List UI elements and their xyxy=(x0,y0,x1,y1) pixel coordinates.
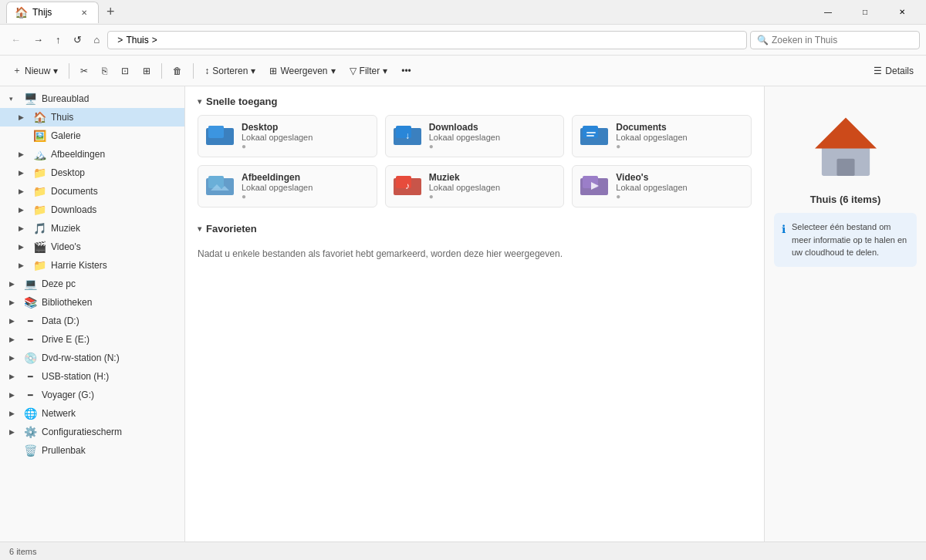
sidebar-item-dvdrw[interactable]: ▶ 💿 Dvd-rw-station (N:) xyxy=(0,349,184,367)
sidebar-label: Deze pc xyxy=(42,278,178,289)
chevron-down-icon: ▾ xyxy=(9,95,19,103)
folder-name: Downloads xyxy=(429,122,500,133)
folder-sub: Lokaal opgeslagen xyxy=(616,183,687,192)
view-button[interactable]: ⊞ Weergeven ▾ xyxy=(263,62,341,79)
folder-tile-afbeeldingen[interactable]: Afbeeldingen Lokaal opgeslagen ● xyxy=(198,165,377,207)
sidebar-item-afbeeldingen[interactable]: ▶ 🏔️ Afbeeldingen xyxy=(0,145,184,164)
toolbar-divider-2 xyxy=(161,63,162,79)
new-tab-button[interactable]: + xyxy=(102,2,120,22)
chevron-right-icon: ▶ xyxy=(19,224,28,232)
sort-button[interactable]: ↕ Sorteren ▾ xyxy=(198,62,262,79)
sidebar-label: Documents xyxy=(51,186,178,197)
main-layout: ▾ 🖥️ Bureaublad ▶ 🏠 Thuis 🖼️ Galerie ▶ 🏔… xyxy=(0,86,926,541)
sidebar-item-prullenbak[interactable]: 🗑️ Prullenbak xyxy=(0,441,184,460)
cut-button[interactable]: ✂ xyxy=(74,62,94,79)
active-tab[interactable]: 🏠 Thijs ✕ xyxy=(6,2,99,23)
folder-name: Muziek xyxy=(429,172,500,183)
folder-dot: ● xyxy=(429,142,500,150)
sidebar-item-usb[interactable]: ▶ ━ USB-station (H:) xyxy=(0,367,184,386)
chevron-right-icon: ▶ xyxy=(9,354,19,362)
details-button[interactable]: ☰ Details xyxy=(867,62,920,79)
folder-dot: ● xyxy=(242,142,313,150)
folder-sub: Lokaal opgeslagen xyxy=(242,133,313,142)
folder-tile-info: Desktop Lokaal opgeslagen ● xyxy=(242,122,313,150)
new-button[interactable]: ＋ Nieuw ▾ xyxy=(6,61,64,80)
content-area: ▾ Snelle toegang Desktop Lokaal opgeslag… xyxy=(185,86,764,541)
item-count: 6 items xyxy=(9,547,36,556)
sidebar-item-bureaublad[interactable]: ▾ 🖥️ Bureaublad xyxy=(0,89,184,108)
info-icon: ℹ xyxy=(782,221,786,238)
chevron-right-icon: ▶ xyxy=(9,299,19,306)
folder-tile-info: Downloads Lokaal opgeslagen ● xyxy=(429,122,500,150)
up-button[interactable]: ↑ xyxy=(51,31,66,49)
favorites-header[interactable]: ▾ Favorieten xyxy=(198,223,752,234)
details-icon: ☰ xyxy=(874,66,882,76)
quick-access-header[interactable]: ▾ Snelle toegang xyxy=(198,96,752,107)
sidebar-label: Harrie Kisters xyxy=(51,260,178,271)
folder-tile-documents[interactable]: Documents Lokaal opgeslagen ● xyxy=(572,115,752,157)
sidebar-item-documents[interactable]: ▶ 📁 Documents xyxy=(0,182,184,201)
sidebar-label: Bureaublad xyxy=(42,93,178,104)
desktop-icon: 📁 xyxy=(32,167,46,179)
tab-close-button[interactable]: ✕ xyxy=(78,7,90,19)
quick-access-grid: Desktop Lokaal opgeslagen ● ↓ Downloads … xyxy=(198,115,752,207)
configuratie-icon: ⚙️ xyxy=(23,426,37,438)
address-path[interactable]: > Thuis > xyxy=(107,31,747,49)
sidebar-item-harrie[interactable]: ▶ 📁 Harrie Kisters xyxy=(0,256,184,275)
filter-button[interactable]: ▽ Filter ▾ xyxy=(343,62,394,79)
sidebar-item-downloads[interactable]: ▶ 📁 Downloads xyxy=(0,201,184,219)
folder-sub: Lokaal opgeslagen xyxy=(616,133,687,142)
sidebar-item-desktop[interactable]: ▶ 📁 Desktop xyxy=(0,164,184,182)
sidebar-item-bibliotheken[interactable]: ▶ 📚 Bibliotheken xyxy=(0,293,184,312)
tab-strip: 🏠 Thijs ✕ + xyxy=(6,2,810,23)
chevron-right-icon: ▶ xyxy=(9,317,19,325)
folder-tile-info: Video's Lokaal opgeslagen ● xyxy=(616,172,687,201)
minimize-button[interactable]: — xyxy=(810,0,846,25)
home-button[interactable]: ⌂ xyxy=(90,31,105,49)
sidebar-label: Thuis xyxy=(51,112,178,123)
folder-tile-videos[interactable]: Video's Lokaal opgeslagen ● xyxy=(572,165,752,207)
more-button[interactable]: ••• xyxy=(395,62,417,79)
tab-home-icon: 🏠 xyxy=(15,6,28,19)
sidebar-item-voyager[interactable]: ▶ ━ Voyager (G:) xyxy=(0,386,184,404)
favorites-label: Favorieten xyxy=(206,223,257,234)
quick-access-label: Snelle toegang xyxy=(206,96,277,107)
desktop-folder-icon xyxy=(206,122,234,150)
muziek-icon: 🎵 xyxy=(32,222,46,234)
folder-tile-downloads[interactable]: ↓ Downloads Lokaal opgeslagen ● xyxy=(385,115,565,157)
search-input[interactable] xyxy=(772,35,911,46)
paste-button[interactable]: ⊡ xyxy=(115,62,135,79)
videos-folder-icon xyxy=(580,172,608,201)
sidebar-item-muziek[interactable]: ▶ 🎵 Muziek xyxy=(0,219,184,238)
datad-icon: ━ xyxy=(23,316,37,326)
maximize-button[interactable]: □ xyxy=(847,0,883,25)
sidebar-item-netwerk[interactable]: ▶ 🌐 Netwerk xyxy=(0,404,184,423)
sidebar-item-videos[interactable]: ▶ 🎬 Video's xyxy=(0,238,184,256)
delete-button[interactable]: 🗑 xyxy=(167,62,188,79)
chevron-right-icon: ▶ xyxy=(19,206,28,214)
svg-rect-9 xyxy=(586,135,594,137)
close-button[interactable]: ✕ xyxy=(884,0,920,25)
sidebar-item-datad[interactable]: ▶ ━ Data (D:) xyxy=(0,312,184,330)
folder-tile-desktop[interactable]: Desktop Lokaal opgeslagen ● xyxy=(198,115,377,157)
forward-button[interactable]: → xyxy=(29,31,48,49)
sidebar-item-thuis[interactable]: ▶ 🏠 Thuis xyxy=(0,108,184,127)
path-sep1: > xyxy=(117,35,123,46)
refresh-button[interactable]: ↺ xyxy=(69,31,86,49)
copy-button[interactable]: ⎘ xyxy=(96,62,113,79)
sidebar-label: Downloads xyxy=(51,204,178,215)
sidebar-item-galerie[interactable]: 🖼️ Galerie xyxy=(0,127,184,145)
back-button[interactable]: ← xyxy=(6,31,25,49)
sidebar-item-dezepc[interactable]: ▶ 💻 Deze pc xyxy=(0,275,184,293)
sidebar-label: Desktop xyxy=(51,167,178,178)
sidebar-item-configuratie[interactable]: ▶ ⚙️ Configuratiescherm xyxy=(0,423,184,441)
chevron-right-icon: ▶ xyxy=(19,187,28,195)
search-box[interactable]: 🔍 xyxy=(750,31,920,49)
sidebar-item-drivee[interactable]: ▶ ━ Drive E (E:) xyxy=(0,330,184,349)
sidebar-label: Netwerk xyxy=(42,408,178,419)
chevron-right-icon: ▶ xyxy=(19,243,28,251)
copy-path-button[interactable]: ⊞ xyxy=(137,62,157,79)
chevron-right-icon: ▶ xyxy=(19,169,28,177)
folder-tile-muziek[interactable]: ♪ Muziek Lokaal opgeslagen ● xyxy=(385,165,565,207)
new-icon: ＋ xyxy=(12,64,22,77)
